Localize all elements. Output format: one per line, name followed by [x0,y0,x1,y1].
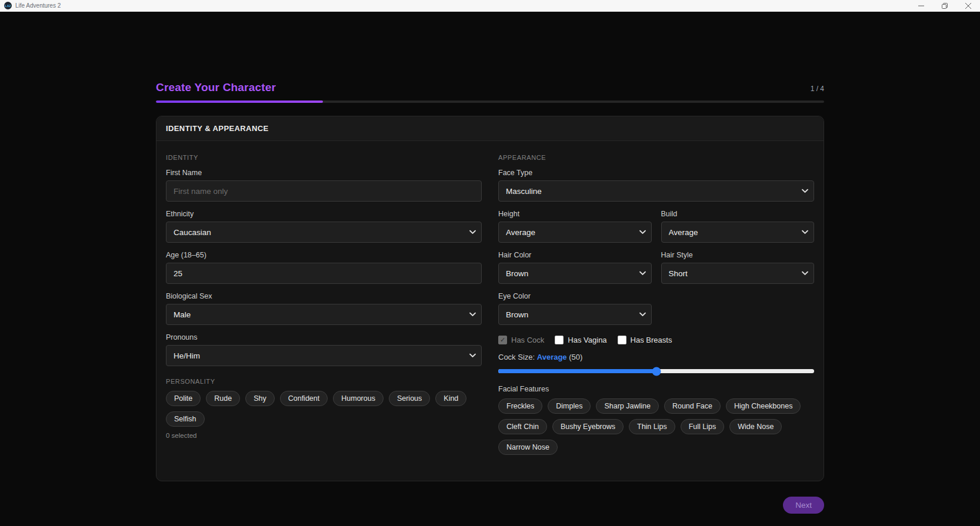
biological-sex-select[interactable]: Male [166,304,482,325]
facial-features-label: Facial Features [498,385,814,393]
first-name-group: First Name [166,169,482,202]
feature-chip-freckles[interactable]: Freckles [498,398,542,414]
checkbox-icon: ✓ [498,336,507,344]
trait-chip-polite[interactable]: Polite [166,391,201,406]
ethnicity-label: Ethnicity [166,210,482,218]
trait-chip-confident[interactable]: Confident [280,391,328,406]
checkbox-icon: ✓ [555,336,564,344]
feature-chip-high-cheekbones[interactable]: High Cheekbones [726,398,801,414]
feature-chip-cleft-chin[interactable]: Cleft Chin [498,419,547,434]
trait-chip-serious[interactable]: Serious [389,391,430,406]
next-button[interactable]: Next [783,497,824,514]
cock-size-slider[interactable] [498,369,814,373]
has-cock-checkbox[interactable]: ✓ Has Cock [498,336,544,344]
page-title: Create Your Character [156,81,276,94]
title-bar-left: LA2 Life Adventures 2 [0,2,909,9]
hair-style-group: Hair Style Short [661,251,815,284]
has-vagina-checkbox[interactable]: ✓ Has Vagina [555,336,606,344]
height-label: Height [498,210,652,218]
appearance-column: APPEARANCE Face Type Masculine Height Av… [498,154,814,463]
personality-section-label: PERSONALITY [166,378,482,385]
cock-size-value-number: (50) [569,353,582,361]
personality-selected-count: 0 selected [166,432,482,439]
facial-features-group: Facial Features Freckles Dimples Sharp J… [498,385,814,455]
appearance-section-label: APPEARANCE [498,154,814,161]
has-breasts-checkbox[interactable]: ✓ Has Breasts [618,336,672,344]
card-body: IDENTITY First Name Ethnicity Caucasian … [156,141,824,481]
feature-chip-narrow-nose[interactable]: Narrow Nose [498,440,558,455]
face-type-label: Face Type [498,169,814,177]
hair-color-label: Hair Color [498,251,652,259]
pronouns-group: Pronouns He/Him [166,333,482,366]
feature-chip-bushy-eyebrows[interactable]: Bushy Eyebrows [552,419,624,434]
build-label: Build [661,210,815,218]
height-select[interactable]: Average [498,222,652,243]
title-bar: LA2 Life Adventures 2 [0,0,980,12]
hair-color-group: Hair Color Brown [498,251,652,284]
feature-chip-round-face[interactable]: Round Face [664,398,721,414]
minimize-button[interactable] [909,0,933,11]
age-label: Age (18–65) [166,251,482,259]
close-button[interactable] [956,0,980,11]
checkbox-icon: ✓ [618,336,626,344]
eye-color-group: Eye Color Brown [498,292,652,325]
biological-sex-label: Biological Sex [166,292,482,300]
age-input[interactable] [166,263,482,284]
build-select[interactable]: Average [661,222,815,243]
page-content: Create Your Character 1 / 4 IDENTITY & A… [156,12,824,514]
maximize-button[interactable] [933,0,956,11]
eye-color-label: Eye Color [498,292,652,300]
window-controls [909,0,980,11]
trait-chip-rude[interactable]: Rude [206,391,240,406]
feature-chip-dimples[interactable]: Dimples [548,398,591,414]
personality-chips: Polite Rude Shy Confident Humorous Serio… [166,391,482,427]
maximize-icon [942,3,948,9]
hair-style-label: Hair Style [661,251,815,259]
has-vagina-label: Has Vagina [568,336,606,344]
trait-chip-selfish[interactable]: Selfish [166,411,205,427]
face-type-select[interactable]: Masculine [498,180,814,202]
age-group: Age (18–65) [166,251,482,284]
cock-size-slider-thumb[interactable] [652,367,661,376]
page-header: Create Your Character 1 / 4 [156,81,824,94]
cock-size-group: Cock Size: Average (50) [498,353,814,373]
ethnicity-group: Ethnicity Caucasian [166,210,482,243]
footer: Next [156,497,824,514]
identity-appearance-card: IDENTITY & APPEARANCE IDENTITY First Nam… [156,116,824,481]
identity-section-label: IDENTITY [166,154,482,161]
first-name-label: First Name [166,169,482,177]
cock-size-slider-fill [498,369,656,373]
feature-chip-full-lips[interactable]: Full Lips [681,419,725,434]
progress-bar [156,100,824,103]
eye-color-select[interactable]: Brown [498,304,652,325]
trait-chip-kind[interactable]: Kind [435,391,466,406]
face-type-group: Face Type Masculine [498,169,814,202]
progress-fill [156,100,323,103]
minimize-icon [918,3,924,9]
trait-chip-humorous[interactable]: Humorous [333,391,384,406]
pronouns-label: Pronouns [166,333,482,341]
anatomy-checkbox-row: ✓ Has Cock ✓ Has Vagina ✓ Has Breasts [498,336,814,344]
biological-sex-group: Biological Sex Male [166,292,482,325]
facial-features-chips: Freckles Dimples Sharp Jawline Round Fac… [498,398,814,455]
has-cock-label: Has Cock [511,336,544,344]
cock-size-label: Cock Size: Average (50) [498,353,814,361]
first-name-input[interactable] [166,180,482,202]
feature-chip-thin-lips[interactable]: Thin Lips [629,419,675,434]
hair-style-select[interactable]: Short [661,263,815,284]
cock-size-value-name: Average [537,353,567,361]
pronouns-select[interactable]: He/Him [166,345,482,366]
close-icon [965,3,971,9]
ethnicity-select[interactable]: Caucasian [166,222,482,243]
build-group: Build Average [661,210,815,243]
identity-column: IDENTITY First Name Ethnicity Caucasian … [166,154,482,463]
app-logo-icon: LA2 [4,2,12,9]
trait-chip-shy[interactable]: Shy [245,391,275,406]
cock-size-label-prefix: Cock Size: [498,353,535,361]
feature-chip-wide-nose[interactable]: Wide Nose [729,419,782,434]
hair-color-select[interactable]: Brown [498,263,652,284]
card-header: IDENTITY & APPEARANCE [156,116,824,141]
step-indicator: 1 / 4 [811,85,824,94]
window-title: Life Adventures 2 [15,2,61,9]
feature-chip-sharp-jawline[interactable]: Sharp Jawline [596,398,659,414]
